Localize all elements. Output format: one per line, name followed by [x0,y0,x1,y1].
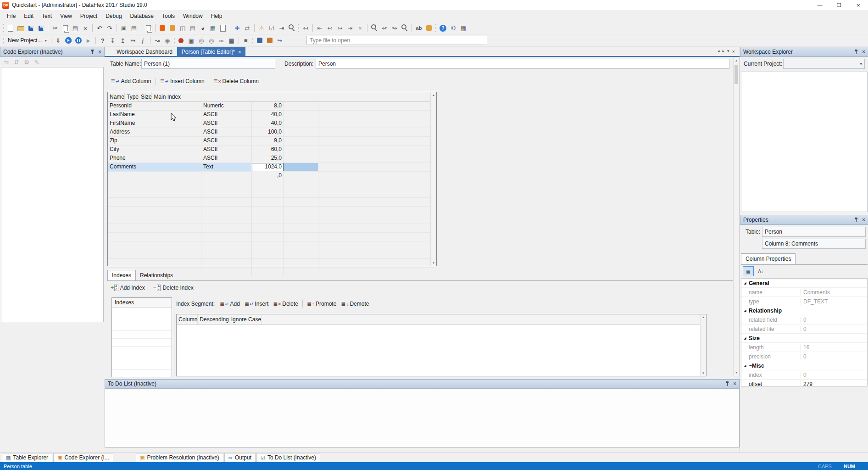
table-icon[interactable]: ▦ [227,35,237,45]
copy-icon[interactable] [60,23,70,33]
browse-icon[interactable]: ∞ [217,35,227,45]
cell-main-index[interactable] [284,207,318,215]
bookmark-clear-icon[interactable]: × [355,23,365,33]
jump-icon[interactable]: ↝ [152,35,162,45]
segment-scrollbar[interactable]: ▴ ▾ [700,314,706,376]
property-value[interactable]: 16 [800,344,867,351]
cell-type[interactable]: Numeric [201,102,252,110]
cell-main-index[interactable] [284,137,318,145]
cell-name[interactable] [108,250,201,258]
property-row[interactable]: name Comments [741,288,867,297]
segment-add-button[interactable]: ≣ ↵ Add [217,299,242,308]
database-connect-icon[interactable]: ↪ [275,35,285,45]
tab-list-icon[interactable]: ▾ [727,49,729,54]
cell-type[interactable] [201,241,252,250]
compile-icon[interactable]: ⇓ [53,35,63,45]
close-icon[interactable]: × [862,49,865,55]
property-row[interactable]: precision 0 [741,352,867,361]
cell-name[interactable] [108,224,201,232]
property-value[interactable]: 0 [800,317,867,323]
columns-grid[interactable]: NameTypeSizeMain Index PersonId Numeric … [107,92,437,266]
cell-main-index[interactable] [284,189,318,197]
column-header[interactable]: Type [125,92,139,101]
property-row[interactable]: offset 279 [741,380,867,386]
cell-main-index[interactable] [284,102,318,110]
cell-main-index[interactable] [284,259,318,267]
close-icon[interactable]: × [733,381,736,386]
cell-size[interactable]: 1024,0 [252,163,284,171]
maximize-button[interactable]: ❐ [829,0,849,10]
indexes-list-body[interactable] [112,308,172,377]
copy-special-icon[interactable] [143,23,153,33]
menu-item[interactable]: View [56,10,76,22]
cell-size[interactable] [252,207,284,215]
delete-icon[interactable]: × [80,23,90,33]
cell-name[interactable] [108,180,201,189]
find-next-icon[interactable]: ↬ [389,23,400,33]
cell-main-index[interactable] [284,119,318,128]
cell-size[interactable]: 8,0 [252,102,284,110]
close-icon[interactable]: × [98,49,101,55]
cell-size[interactable] [252,180,284,189]
cell-name[interactable]: Address [108,128,201,136]
bottom-tab[interactable]: ☑ To Do List (Inactive) [256,453,320,462]
cell-name[interactable] [108,198,201,206]
menu-item[interactable]: Debug [101,10,126,22]
scroll-up-icon[interactable]: ▴ [734,59,739,62]
menu-item[interactable]: Text [38,10,56,22]
cell-name[interactable]: Comments [108,163,201,171]
cell-type[interactable]: Text [201,163,252,171]
add-column-button[interactable]: ≣ ↵ Add Column [108,77,154,86]
property-value[interactable]: 0 [800,326,867,332]
todo-icon[interactable]: ☑ [267,23,277,33]
cell-main-index[interactable] [284,128,318,136]
table-row[interactable] [108,180,436,189]
document-tab[interactable]: Workspace Dashboard [112,47,177,57]
add-index-button[interactable]: + Add Index [108,283,147,292]
sync-icon[interactable]: ⇋ [1,57,11,67]
database-orange-icon[interactable] [265,35,275,45]
property-value[interactable]: 0 [800,372,867,378]
cell-main-index[interactable] [284,172,318,180]
paste-icon[interactable]: ▤ [70,23,80,33]
table-row[interactable] [108,189,436,198]
cut-icon[interactable]: ✂ [50,23,60,33]
tab-close-icon[interactable]: × [238,47,241,57]
bookmark-next-icon[interactable]: ↣ [335,23,345,33]
segment-delete-button[interactable]: ≣ × Delete [271,299,300,308]
delete-index-button[interactable]: − Delete Index [151,283,196,292]
cell-size[interactable] [252,215,284,224]
dataflex-studio-icon[interactable] [157,23,167,33]
cell-size[interactable]: 100,0 [252,128,284,136]
scroll-down-icon[interactable]: ▾ [431,261,436,265]
pin-icon[interactable] [854,49,858,55]
table-row[interactable] [108,241,436,250]
step-icon[interactable]: ▶ [83,35,94,45]
cell-size[interactable]: 40,0 [252,111,284,119]
table-row[interactable]: FirstName ASCII 40,0 [108,119,436,128]
database-blue-icon[interactable] [255,35,265,45]
scroll-down-icon[interactable]: ▾ [701,371,706,375]
close-button[interactable]: × [849,0,868,10]
connect-icon[interactable]: ⇄ [242,23,252,33]
properties-table-field[interactable]: Person [762,227,866,237]
cell-type[interactable] [201,224,252,232]
key-icon[interactable] [424,23,434,33]
find-prev-icon[interactable]: ↫ [379,23,389,33]
scroll-down-icon[interactable]: ▾ [734,371,739,375]
table-row[interactable]: Address ASCII 100,0 [108,128,436,137]
table-row[interactable] [108,224,436,233]
print-icon[interactable]: ▤ [129,23,139,33]
cell-type[interactable] [201,172,252,180]
cell-name[interactable]: Zip [108,137,201,145]
cell-size[interactable]: 40,0 [252,119,284,128]
category-expander-icon[interactable] [741,336,749,340]
table-row[interactable]: PersonId Numeric 8,0 [108,102,436,111]
cell-type[interactable]: ASCII [201,111,252,119]
bookmark-last-icon[interactable]: ⇥ [345,23,355,33]
function-icon[interactable]: ƒ [138,35,148,45]
exit-icon[interactable]: ⇥ [277,23,287,33]
breakpoints-window-icon[interactable]: ▣ [186,35,196,45]
watch-icon[interactable]: ◎ [196,35,206,45]
cell-name[interactable] [108,259,201,267]
